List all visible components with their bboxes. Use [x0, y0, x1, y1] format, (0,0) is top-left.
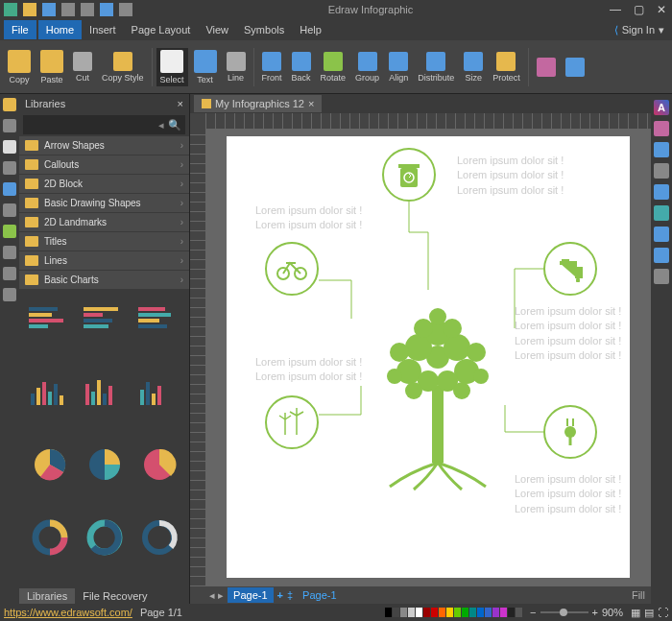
pie-thumb[interactable]	[134, 442, 183, 487]
library-item[interactable]: Basic Drawing Shapes›	[19, 194, 189, 213]
sign-in-link[interactable]: ⟨ Sign In ▾	[614, 24, 672, 36]
tool-icon[interactable]	[654, 205, 669, 221]
text-block[interactable]: Lorem ipsum dolor sit !Lorem ipsum dolor…	[515, 304, 621, 364]
recycle-node[interactable]	[382, 148, 436, 202]
tab-insert[interactable]: Insert	[82, 20, 124, 39]
chart-thumb[interactable]	[134, 296, 183, 340]
tab-home[interactable]: Home	[38, 20, 82, 39]
cat-icon[interactable]	[3, 161, 16, 175]
tab-help[interactable]: Help	[292, 20, 329, 39]
text-block[interactable]: Lorem ipsum dolor sit !Lorem ipsum dolor…	[515, 472, 621, 516]
close-panel-icon[interactable]: ×	[178, 98, 183, 109]
library-item[interactable]: Basic Charts›	[19, 271, 189, 290]
size-button[interactable]: Size	[460, 50, 487, 84]
chart-thumb[interactable]	[25, 296, 74, 340]
bike-node[interactable]	[265, 242, 319, 296]
tab-view[interactable]: View	[198, 20, 236, 39]
color-swatch[interactable]	[492, 608, 499, 617]
library-item[interactable]: Titles›	[19, 232, 189, 251]
canvas[interactable]: Lorem ipsum dolor sit !Lorem ipsum dolor…	[205, 129, 651, 586]
pie-thumb[interactable]	[80, 442, 129, 487]
color-swatch[interactable]	[385, 608, 392, 617]
view-icon[interactable]: ⛶	[658, 607, 668, 618]
cat-icon[interactable]	[3, 203, 16, 217]
color-swatch[interactable]	[508, 608, 515, 617]
color-swatch[interactable]	[439, 608, 445, 617]
chart-thumb[interactable]	[134, 369, 183, 413]
text-block[interactable]: Lorem ipsum dolor sit !Lorem ipsum dolor…	[255, 203, 362, 233]
copy-button[interactable]: Copy	[4, 48, 35, 86]
color-swatch[interactable]	[477, 608, 484, 617]
tab-page-layout[interactable]: Page Layout	[124, 20, 199, 39]
library-search[interactable]: ◂ 🔍	[23, 115, 185, 134]
tree-graphic[interactable]	[361, 280, 515, 491]
color-swatch[interactable]	[408, 608, 415, 617]
zoom-out-button[interactable]: −	[530, 607, 536, 618]
color-swatch[interactable]	[416, 608, 422, 617]
cat-icon[interactable]	[3, 119, 16, 132]
cat-icon[interactable]	[3, 288, 16, 301]
tab-libraries[interactable]: Libraries	[19, 588, 75, 604]
align-button[interactable]: Align	[385, 50, 412, 84]
color-swatch[interactable]	[462, 608, 468, 617]
chart-thumb[interactable]	[80, 296, 129, 340]
library-item[interactable]: 2D Landmarks›	[19, 213, 189, 232]
faucet-node[interactable]	[543, 242, 597, 296]
color-swatch[interactable]	[400, 608, 407, 617]
group-button[interactable]: Group	[351, 50, 383, 84]
color-swatch[interactable]	[446, 608, 453, 617]
text-block[interactable]: Lorem ipsum dolor sit !Lorem ipsum dolor…	[457, 154, 564, 198]
windmill-node[interactable]	[265, 395, 319, 449]
copy-style-button[interactable]: Copy Style	[98, 50, 148, 84]
close-button[interactable]: ✕	[655, 3, 668, 16]
pie-thumb[interactable]	[25, 442, 74, 487]
zoom-in-button[interactable]: +	[592, 607, 598, 618]
page-tab-1[interactable]: Page-1	[228, 587, 273, 603]
line-button[interactable]: Line	[223, 50, 250, 84]
protect-button[interactable]: Protect	[489, 50, 524, 84]
qat-icon[interactable]	[4, 3, 17, 16]
view-icon[interactable]: ▦	[631, 607, 640, 619]
text-block[interactable]: Lorem ipsum dolor sit !Lorem ipsum dolor…	[255, 355, 362, 385]
page-tab-1b[interactable]: Page-1	[297, 587, 342, 603]
qat-save-icon[interactable]	[42, 3, 56, 16]
tool-icon[interactable]	[654, 184, 669, 200]
library-item[interactable]: Lines›	[19, 251, 189, 271]
paste-button[interactable]: Paste	[36, 48, 67, 86]
website-link[interactable]: https://www.edrawsoft.com/	[4, 607, 132, 618]
cat-icon[interactable]	[3, 140, 16, 154]
back-button[interactable]: Back	[288, 50, 315, 84]
qat-undo-icon[interactable]	[61, 3, 75, 16]
zoom-slider[interactable]	[540, 611, 588, 613]
library-item[interactable]: Arrow Shapes›	[19, 136, 189, 155]
tab-file-recovery[interactable]: File Recovery	[75, 588, 155, 604]
qat-export-icon[interactable]	[119, 3, 132, 16]
minimize-button[interactable]: —	[609, 3, 622, 16]
extra-button-2[interactable]	[562, 56, 588, 79]
color-swatch[interactable]	[423, 608, 430, 617]
document-tab[interactable]: My Infographics 12 ×	[194, 95, 322, 112]
cat-icon[interactable]	[3, 267, 16, 280]
tool-icon[interactable]	[654, 269, 669, 284]
extra-button-1[interactable]	[533, 56, 560, 79]
select-button[interactable]: Select	[156, 48, 188, 86]
font-tool-icon[interactable]: A	[654, 100, 669, 115]
cat-icon[interactable]	[3, 98, 16, 111]
file-menu[interactable]: File	[4, 20, 36, 39]
view-icon[interactable]: ▤	[644, 607, 654, 619]
cat-icon[interactable]	[3, 246, 16, 259]
chart-thumb[interactable]	[25, 369, 74, 413]
cat-icon[interactable]	[3, 182, 16, 196]
color-swatch[interactable]	[500, 608, 507, 617]
close-tab-icon[interactable]: ×	[308, 98, 314, 109]
add-page-button[interactable]: +	[277, 589, 283, 601]
cat-icon[interactable]	[3, 225, 16, 238]
tool-icon[interactable]	[654, 163, 669, 179]
donut-thumb[interactable]	[80, 515, 129, 560]
page[interactable]: Lorem ipsum dolor sit !Lorem ipsum dolor…	[227, 136, 630, 578]
rotate-button[interactable]: Rotate	[317, 50, 350, 84]
front-button[interactable]: Front	[258, 50, 286, 84]
donut-thumb[interactable]	[134, 515, 183, 560]
color-swatch[interactable]	[393, 608, 399, 617]
tool-icon[interactable]	[654, 142, 669, 157]
